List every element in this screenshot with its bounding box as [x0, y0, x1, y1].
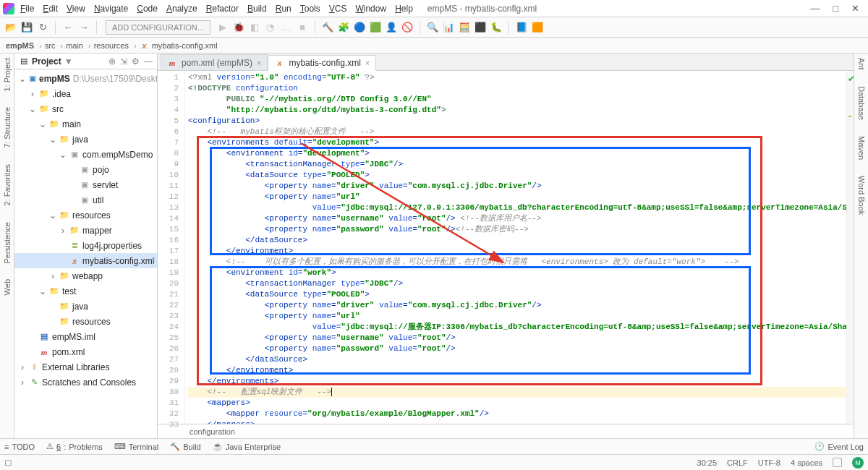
indent[interactable]: 4 spaces — [791, 458, 822, 467]
tree-item[interactable]: ›📁mapper — [14, 223, 157, 238]
codehelp-icon[interactable]: 📘 — [515, 21, 528, 34]
crumb-mybatis-config.xml[interactable]: xmybatis-config.xml — [140, 40, 223, 51]
tree-item[interactable]: ▤empMS.iml — [14, 329, 157, 344]
event-log[interactable]: 🕑 Event Log — [814, 442, 864, 451]
rail-persistence[interactable]: Persistence — [3, 222, 12, 263]
crumb-src[interactable]: src — [45, 41, 63, 50]
preview-icon[interactable]: 🔵 — [353, 21, 366, 34]
open-icon[interactable]: 📂 — [4, 21, 17, 34]
profile-icon[interactable]: ◔ — [264, 21, 277, 34]
tab-close-icon[interactable]: × — [257, 59, 261, 67]
tree-item[interactable]: ▣util — [14, 192, 157, 208]
services-icon[interactable]: 🟩 — [369, 21, 382, 34]
hide-icon[interactable]: — — [144, 56, 153, 67]
collapse-icon[interactable]: ⇲ — [120, 56, 127, 67]
search-icon[interactable]: 🔍 — [426, 21, 439, 34]
tree-item[interactable]: ⌄📁main — [14, 116, 157, 132]
menu-file[interactable]: File — [16, 2, 38, 15]
tree-item[interactable]: ⌄📁resources — [14, 208, 157, 223]
back-icon[interactable]: ← — [61, 21, 75, 34]
menu-help[interactable]: Help — [391, 2, 417, 15]
menu-window[interactable]: Window — [351, 2, 391, 15]
stats-icon[interactable]: 📊 — [442, 21, 455, 34]
rail-maven[interactable]: Maven — [857, 136, 866, 160]
stop-icon[interactable]: ■ — [296, 21, 309, 34]
db2-icon[interactable]: 🧮 — [458, 21, 471, 34]
tree-item[interactable]: ⌄📁java — [14, 132, 157, 147]
problems-tool[interactable]: ⚠ 6: Problems — [46, 442, 103, 451]
menu-view[interactable]: View — [62, 2, 90, 15]
coverage-icon[interactable]: ◧ — [248, 21, 261, 34]
rail----project[interactable]: 1: Project — [3, 58, 12, 91]
line-separator[interactable]: CRLF — [727, 458, 748, 467]
attach-icon[interactable]: … — [280, 21, 293, 34]
crumb-resources[interactable]: resources — [94, 41, 137, 50]
tab-close-icon[interactable]: × — [365, 59, 370, 67]
tree-item[interactable]: mpom.xml — [14, 344, 157, 359]
menu-run[interactable]: Run — [271, 2, 296, 15]
rail----structure[interactable]: 7: Structure — [3, 107, 12, 148]
tree-item[interactable]: 📁java — [14, 299, 157, 314]
editor-breadcrumb[interactable]: configuration — [158, 424, 854, 438]
menu-edit[interactable]: Edit — [38, 2, 62, 15]
tree-item[interactable]: ⌄▣com.empMsDemo — [14, 147, 157, 162]
tree-item[interactable]: ⌄📁test — [14, 283, 157, 299]
tab-mybatis-config-xml[interactable]: xmybatis-config.xml× — [268, 55, 376, 71]
menu-build[interactable]: Build — [243, 2, 271, 15]
readonly-lock-icon[interactable] — [833, 458, 842, 467]
project-title[interactable]: Project — [32, 56, 61, 67]
jee-tool[interactable]: ☕ Java Enterprise — [213, 442, 281, 451]
encoding[interactable]: UTF-8 — [758, 458, 780, 467]
run-icon[interactable]: ▶ — [216, 21, 229, 34]
account-avatar-icon[interactable]: M — [852, 457, 864, 469]
rail----favorites[interactable]: 2: Favorites — [3, 164, 12, 205]
crumb-main[interactable]: main — [66, 41, 91, 50]
menu-navigate[interactable]: Navigate — [90, 2, 132, 15]
close-icon[interactable]: ✕ — [851, 3, 859, 14]
build-icon[interactable]: 🔨 — [321, 21, 334, 34]
maximize-icon[interactable]: □ — [833, 3, 838, 14]
tree-item[interactable]: ▣pojo — [14, 162, 157, 177]
caret-position[interactable]: 30:25 — [697, 458, 718, 467]
tree-item[interactable]: ›📁.idea — [14, 86, 157, 101]
menu-analyze[interactable]: Analyze — [162, 2, 202, 15]
terminal-tool[interactable]: ⌨ Terminal — [114, 442, 159, 451]
rail-ant[interactable]: Ant — [857, 58, 866, 70]
misc1-icon[interactable]: ⬛ — [474, 21, 487, 34]
rail-web[interactable]: Web — [3, 279, 12, 295]
forward-icon[interactable]: → — [77, 21, 90, 34]
structure-icon[interactable]: 🧩 — [337, 21, 350, 34]
tab-pom-xml--empms-[interactable]: mpom.xml (empMS)× — [161, 54, 268, 70]
tree-item[interactable]: ›⫴External Libraries — [14, 359, 157, 375]
tree-item[interactable]: ›📁webapp — [14, 268, 157, 283]
menu-vcs[interactable]: VCS — [325, 2, 352, 15]
menu-refactor[interactable]: Refactor — [202, 2, 243, 15]
tree-item[interactable]: ⌄📁src — [14, 101, 157, 116]
refresh-icon[interactable]: ↻ — [36, 21, 49, 34]
yellow-icon[interactable]: 🟧 — [531, 21, 544, 34]
menu-code[interactable]: Code — [132, 2, 162, 15]
block-icon[interactable]: 🚫 — [401, 21, 414, 34]
settings-icon[interactable]: ⚙ — [132, 56, 140, 67]
tree-item[interactable]: 📁resources — [14, 314, 157, 329]
tree-item[interactable]: ›✎Scratches and Consoles — [14, 375, 157, 390]
editor-gutter[interactable]: 1234567891011121314151617181920212223242… — [158, 71, 185, 424]
avatar-icon[interactable]: 👤 — [385, 21, 398, 34]
menu-tools[interactable]: Tools — [296, 2, 325, 15]
project-tree[interactable]: ⌄▣empMS D:\Users\17509\Deskto›📁.idea⌄📁sr… — [14, 69, 157, 438]
target-icon[interactable]: ⊕ — [109, 56, 116, 67]
minimize-icon[interactable]: — — [810, 3, 820, 14]
run-config-dropdown[interactable]: ADD CONFIGURATION... — [106, 20, 210, 35]
save-icon[interactable]: 💾 — [20, 21, 33, 34]
tool-windows-icon[interactable]: ▢ — [4, 458, 12, 467]
code-editor[interactable]: <?xml version="1.0" encoding="UTF-8" ?><… — [185, 71, 846, 424]
crumb-empMS[interactable]: empMS — [6, 41, 42, 50]
tree-item[interactable]: ▣servlet — [14, 177, 157, 192]
rail-database[interactable]: Database — [857, 86, 866, 120]
todo-tool[interactable]: ≡ TODO — [4, 443, 35, 451]
tree-item[interactable]: ⌄▣empMS D:\Users\17509\Deskto — [14, 71, 157, 86]
tree-item[interactable]: ≣log4j.properties — [14, 238, 157, 253]
misc2-icon[interactable]: 🐛 — [490, 21, 503, 34]
build-tool[interactable]: 🔨 Build — [170, 442, 200, 451]
tree-item[interactable]: xmybatis-config.xml — [14, 253, 157, 268]
